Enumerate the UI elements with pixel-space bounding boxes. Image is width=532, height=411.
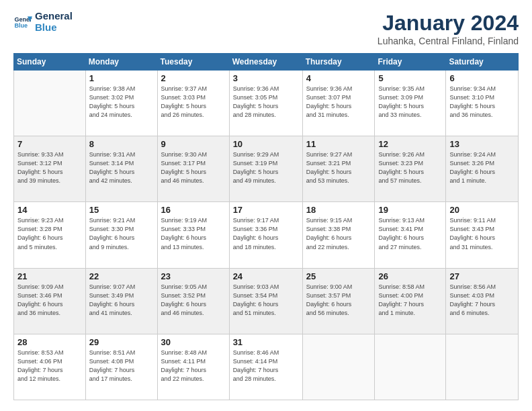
day-info: Sunrise: 9:05 AM Sunset: 3:52 PM Dayligh… xyxy=(161,283,226,318)
calendar-cell: 9Sunrise: 9:30 AM Sunset: 3:17 PM Daylig… xyxy=(157,136,229,202)
day-info: Sunrise: 9:09 AM Sunset: 3:46 PM Dayligh… xyxy=(17,283,82,318)
day-header-sunday: Sunday xyxy=(14,54,86,71)
calendar-week-4: 21Sunrise: 9:09 AM Sunset: 3:46 PM Dayli… xyxy=(14,268,519,334)
calendar-cell: 4Sunrise: 9:36 AM Sunset: 3:07 PM Daylig… xyxy=(302,71,375,136)
calendar-cell: 21Sunrise: 9:09 AM Sunset: 3:46 PM Dayli… xyxy=(14,268,86,334)
logo: General Blue General Blue xyxy=(13,11,73,33)
calendar-cell: 23Sunrise: 9:05 AM Sunset: 3:52 PM Dayli… xyxy=(157,268,229,334)
day-header-monday: Monday xyxy=(85,54,157,71)
calendar-week-1: 1Sunrise: 9:38 AM Sunset: 3:02 PM Daylig… xyxy=(14,71,519,136)
calendar-cell xyxy=(14,71,86,136)
logo-text-blue: Blue xyxy=(35,22,73,34)
day-number: 16 xyxy=(161,205,226,215)
calendar-cell: 10Sunrise: 9:29 AM Sunset: 3:19 PM Dayli… xyxy=(229,136,302,202)
day-number: 14 xyxy=(17,205,82,215)
calendar-week-5: 28Sunrise: 8:53 AM Sunset: 4:06 PM Dayli… xyxy=(14,334,519,400)
day-number: 2 xyxy=(161,73,226,83)
calendar-week-3: 14Sunrise: 9:23 AM Sunset: 3:28 PM Dayli… xyxy=(14,202,519,268)
calendar-cell: 22Sunrise: 9:07 AM Sunset: 3:49 PM Dayli… xyxy=(85,268,157,334)
day-info: Sunrise: 9:13 AM Sunset: 3:41 PM Dayligh… xyxy=(378,216,442,251)
calendar-cell: 28Sunrise: 8:53 AM Sunset: 4:06 PM Dayli… xyxy=(14,334,86,400)
day-number: 13 xyxy=(449,139,515,149)
day-info: Sunrise: 9:38 AM Sunset: 3:02 PM Dayligh… xyxy=(89,85,154,120)
day-number: 12 xyxy=(378,139,442,149)
calendar-cell: 24Sunrise: 9:03 AM Sunset: 3:54 PM Dayli… xyxy=(229,268,302,334)
day-info: Sunrise: 9:27 AM Sunset: 3:21 PM Dayligh… xyxy=(306,150,371,185)
day-info: Sunrise: 9:37 AM Sunset: 3:03 PM Dayligh… xyxy=(161,85,226,120)
day-info: Sunrise: 9:26 AM Sunset: 3:23 PM Dayligh… xyxy=(378,150,442,185)
calendar-week-2: 7Sunrise: 9:33 AM Sunset: 3:12 PM Daylig… xyxy=(14,136,519,202)
day-info: Sunrise: 9:03 AM Sunset: 3:54 PM Dayligh… xyxy=(233,283,299,318)
day-number: 4 xyxy=(306,73,371,83)
calendar-cell: 8Sunrise: 9:31 AM Sunset: 3:14 PM Daylig… xyxy=(85,136,157,202)
day-number: 11 xyxy=(306,139,371,149)
calendar-cell: 30Sunrise: 8:48 AM Sunset: 4:11 PM Dayli… xyxy=(157,334,229,400)
day-number: 20 xyxy=(449,205,515,215)
day-number: 15 xyxy=(89,205,154,215)
day-info: Sunrise: 9:29 AM Sunset: 3:19 PM Dayligh… xyxy=(233,150,299,185)
day-number: 3 xyxy=(233,73,299,83)
calendar-cell: 27Sunrise: 8:56 AM Sunset: 4:03 PM Dayli… xyxy=(446,268,519,334)
day-number: 18 xyxy=(306,205,371,215)
day-number: 19 xyxy=(378,205,442,215)
day-number: 25 xyxy=(306,271,371,281)
calendar-cell: 1Sunrise: 9:38 AM Sunset: 3:02 PM Daylig… xyxy=(85,71,157,136)
day-info: Sunrise: 9:33 AM Sunset: 3:12 PM Dayligh… xyxy=(17,150,82,185)
calendar-cell: 16Sunrise: 9:19 AM Sunset: 3:33 PM Dayli… xyxy=(157,202,229,268)
calendar-cell: 15Sunrise: 9:21 AM Sunset: 3:30 PM Dayli… xyxy=(85,202,157,268)
logo-text-general: General xyxy=(35,11,73,22)
day-number: 27 xyxy=(449,271,515,281)
calendar-cell: 5Sunrise: 9:35 AM Sunset: 3:09 PM Daylig… xyxy=(375,71,446,136)
day-info: Sunrise: 9:07 AM Sunset: 3:49 PM Dayligh… xyxy=(89,283,154,318)
calendar-cell: 14Sunrise: 9:23 AM Sunset: 3:28 PM Dayli… xyxy=(14,202,86,268)
day-number: 31 xyxy=(233,337,299,347)
subtitle: Luhanka, Central Finland, Finland xyxy=(378,36,519,46)
day-info: Sunrise: 9:36 AM Sunset: 3:05 PM Dayligh… xyxy=(233,85,299,120)
day-number: 26 xyxy=(378,271,442,281)
calendar-header-row: SundayMondayTuesdayWednesdayThursdayFrid… xyxy=(14,54,519,71)
calendar-cell: 29Sunrise: 8:51 AM Sunset: 4:08 PM Dayli… xyxy=(85,334,157,400)
calendar-cell: 31Sunrise: 8:46 AM Sunset: 4:14 PM Dayli… xyxy=(229,334,302,400)
day-info: Sunrise: 8:48 AM Sunset: 4:11 PM Dayligh… xyxy=(161,349,226,383)
calendar-table: SundayMondayTuesdayWednesdayThursdayFrid… xyxy=(13,53,519,400)
calendar-cell: 19Sunrise: 9:13 AM Sunset: 3:41 PM Dayli… xyxy=(375,202,446,268)
day-info: Sunrise: 9:17 AM Sunset: 3:36 PM Dayligh… xyxy=(233,216,299,251)
calendar-cell: 6Sunrise: 9:34 AM Sunset: 3:10 PM Daylig… xyxy=(446,71,519,136)
day-header-saturday: Saturday xyxy=(446,54,519,71)
month-title: January 2024 xyxy=(378,11,519,36)
day-number: 28 xyxy=(17,337,82,347)
calendar-cell: 17Sunrise: 9:17 AM Sunset: 3:36 PM Dayli… xyxy=(229,202,302,268)
day-info: Sunrise: 9:30 AM Sunset: 3:17 PM Dayligh… xyxy=(161,150,226,185)
day-info: Sunrise: 9:36 AM Sunset: 3:07 PM Dayligh… xyxy=(306,85,371,120)
day-number: 7 xyxy=(17,139,82,149)
day-info: Sunrise: 9:35 AM Sunset: 3:09 PM Dayligh… xyxy=(378,85,442,120)
day-info: Sunrise: 9:31 AM Sunset: 3:14 PM Dayligh… xyxy=(89,150,154,185)
day-info: Sunrise: 9:19 AM Sunset: 3:33 PM Dayligh… xyxy=(161,216,226,251)
header: General Blue General Blue January 2024 L… xyxy=(13,11,519,46)
calendar-cell: 7Sunrise: 9:33 AM Sunset: 3:12 PM Daylig… xyxy=(14,136,86,202)
calendar-cell xyxy=(302,334,375,400)
day-header-thursday: Thursday xyxy=(302,54,375,71)
calendar-cell: 12Sunrise: 9:26 AM Sunset: 3:23 PM Dayli… xyxy=(375,136,446,202)
calendar-cell xyxy=(446,334,519,400)
day-number: 6 xyxy=(449,73,515,83)
day-number: 8 xyxy=(89,139,154,149)
day-number: 21 xyxy=(17,271,82,281)
day-header-friday: Friday xyxy=(375,54,446,71)
title-area: January 2024 Luhanka, Central Finland, F… xyxy=(378,11,519,46)
calendar-cell: 11Sunrise: 9:27 AM Sunset: 3:21 PM Dayli… xyxy=(302,136,375,202)
calendar-cell xyxy=(375,334,446,400)
day-number: 23 xyxy=(161,271,226,281)
day-header-wednesday: Wednesday xyxy=(229,54,302,71)
calendar-cell: 20Sunrise: 9:11 AM Sunset: 3:43 PM Dayli… xyxy=(446,202,519,268)
day-number: 22 xyxy=(89,271,154,281)
day-info: Sunrise: 9:00 AM Sunset: 3:57 PM Dayligh… xyxy=(306,283,371,318)
day-info: Sunrise: 9:34 AM Sunset: 3:10 PM Dayligh… xyxy=(449,85,515,120)
calendar-cell: 2Sunrise: 9:37 AM Sunset: 3:03 PM Daylig… xyxy=(157,71,229,136)
day-number: 10 xyxy=(233,139,299,149)
day-info: Sunrise: 8:53 AM Sunset: 4:06 PM Dayligh… xyxy=(17,349,82,383)
day-info: Sunrise: 9:21 AM Sunset: 3:30 PM Dayligh… xyxy=(89,216,154,251)
day-info: Sunrise: 8:58 AM Sunset: 4:00 PM Dayligh… xyxy=(378,283,442,318)
day-number: 5 xyxy=(378,73,442,83)
day-number: 17 xyxy=(233,205,299,215)
